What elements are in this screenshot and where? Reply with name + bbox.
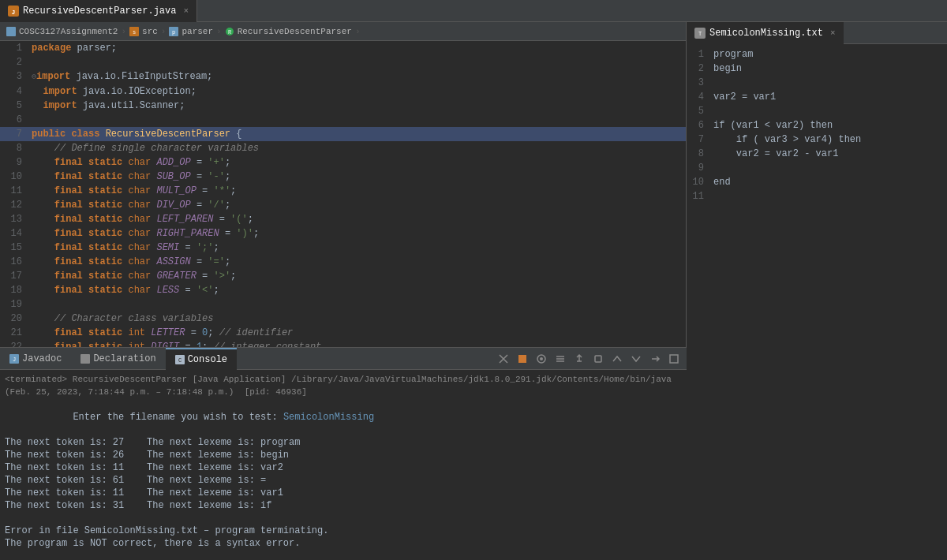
- breadcrumb-item-3: parser: [182, 27, 213, 36]
- code-line: 1 package parser;: [0, 41, 686, 55]
- svg-point-16: [540, 357, 543, 360]
- open-console-btn[interactable]: [647, 351, 663, 367]
- breadcrumb-item-4: RecursiveDescentParser: [238, 27, 352, 36]
- console-content: <terminated> RecursiveDescentParser [Jav…: [0, 370, 687, 560]
- code-line: 3 ⊖import java.io.FileInputStream;: [0, 69, 686, 84]
- breadcrumb-item-1: COSC3127Assignment2: [19, 27, 118, 36]
- right-line: 3: [687, 76, 947, 90]
- console-blank: [5, 512, 682, 525]
- right-line: 4 var2 = var1: [687, 90, 947, 104]
- console-output-1: The next token is: 27 The next lexeme is…: [5, 436, 682, 449]
- code-line: 5 import java.util.Scanner;: [0, 99, 686, 113]
- right-line: 11: [687, 189, 947, 203]
- console-input-line: Enter the filename you wish to test: Sem…: [5, 398, 682, 436]
- pkg-icon: p: [169, 27, 178, 36]
- svg-rect-17: [595, 356, 601, 362]
- scroll-lock-btn[interactable]: [590, 351, 606, 367]
- code-line: 20 // Character class variables: [0, 312, 686, 326]
- right-line: 5: [687, 104, 947, 118]
- right-tab-bar: T SemicolonMissing.txt ×: [687, 22, 947, 44]
- declaration-icon: [80, 354, 90, 364]
- right-line: 1 program: [687, 47, 947, 62]
- cls-icon: R: [225, 27, 234, 36]
- txt-icon: T: [694, 28, 706, 39]
- code-line: 4 import java.io.IOException;: [0, 84, 686, 99]
- console-output-2: The next token is: 26 The next lexeme is…: [5, 449, 682, 461]
- code-line: 8 // Define single character variables: [0, 141, 686, 155]
- scroll-up-btn[interactable]: [609, 351, 625, 367]
- code-line: 19: [0, 297, 686, 312]
- code-line: 16 final static char ASSIGN = '=';: [0, 255, 686, 269]
- javadoc-icon: J: [9, 354, 19, 364]
- bottom-tabs-right: [496, 351, 687, 367]
- svg-rect-2: [6, 27, 16, 36]
- pin-btn[interactable]: [571, 351, 587, 367]
- right-line: 2 begin: [687, 62, 947, 76]
- breadcrumb: COSC3127Assignment2 › s src › p parser ›: [0, 22, 686, 41]
- right-line: 8 var2 = var2 - var1: [687, 147, 947, 161]
- project-icon: [6, 27, 16, 36]
- right-line: 7 if ( var3 > var4) then: [687, 133, 947, 147]
- tab-java-label: RecursiveDescentParser.java: [23, 6, 176, 17]
- terminate-btn[interactable]: [515, 351, 530, 367]
- code-line-highlighted: 7 public class RecursiveDescentParser {: [0, 127, 686, 141]
- scroll-down-btn[interactable]: [628, 351, 644, 367]
- tab-javadoc[interactable]: J Javadoc: [0, 348, 71, 370]
- right-line: 6 if (var1 < var2) then: [687, 118, 947, 133]
- console-output-5: The next token is: 11 The next lexeme is…: [5, 487, 682, 499]
- console-icon: C: [175, 355, 185, 364]
- code-line: 21 final static int LETTER = 0; // ident…: [0, 326, 686, 340]
- right-editor[interactable]: 1 program 2 begin 3 4 var2 = var1 5: [687, 44, 947, 560]
- svg-text:J: J: [13, 357, 16, 363]
- code-line: 17 final static char GREATER = '>';: [0, 269, 686, 283]
- svg-text:s: s: [133, 29, 136, 35]
- code-editor[interactable]: 1 package parser; 2 3 ⊖import java.io.Fi…: [0, 41, 686, 347]
- svg-text:J: J: [12, 9, 16, 16]
- editor-panel: COSC3127Assignment2 › s src › p parser ›: [0, 22, 687, 347]
- code-line: 13 final static char LEFT_PAREN = '(';: [0, 212, 686, 226]
- console-output-6: The next token is: 31 The next lexeme is…: [5, 499, 682, 512]
- tab-console-label: Console: [188, 354, 227, 365]
- tab-declaration[interactable]: Declaration: [71, 348, 165, 370]
- bottom-panel: J Javadoc Declaration: [0, 347, 687, 560]
- code-line: 12 final static char DIV_OP = '/';: [0, 198, 686, 212]
- svg-text:T: T: [698, 31, 702, 37]
- tab-semicolon[interactable]: T SemicolonMissing.txt ×: [687, 22, 844, 44]
- console-output-3: The next token is: 11 The next lexeme is…: [5, 461, 682, 474]
- console-header: <terminated> RecursiveDescentParser [Jav…: [5, 373, 682, 398]
- src-icon: s: [129, 27, 139, 36]
- code-line: 9 final static char ADD_OP = '+';: [0, 155, 686, 170]
- svg-text:C: C: [178, 357, 182, 364]
- code-line: 15 final static char SEMI = ';';: [0, 241, 686, 255]
- tab-semicolon-close[interactable]: ×: [830, 28, 836, 38]
- console-output-4: The next token is: 61 The next lexeme is…: [5, 474, 682, 487]
- code-line: 18 final static char LESS = '<';: [0, 283, 686, 297]
- right-line: 10 end: [687, 175, 947, 189]
- svg-rect-11: [80, 354, 90, 364]
- tab-declaration-label: Declaration: [93, 353, 155, 364]
- svg-rect-18: [670, 355, 678, 363]
- java-icon: J: [8, 6, 19, 17]
- properties-btn[interactable]: [552, 351, 568, 367]
- tab-console[interactable]: C Console: [166, 348, 237, 370]
- console-error-1: Error in file SemicolonMissing.txt – pro…: [5, 525, 682, 537]
- tab-java[interactable]: J RecursiveDescentParser.java ×: [0, 0, 197, 22]
- svg-text:p: p: [172, 29, 175, 35]
- tab-semicolon-label: SemicolonMissing.txt: [709, 28, 823, 39]
- breadcrumb-item-2: src: [142, 27, 158, 36]
- code-line: 6: [0, 113, 686, 127]
- clear-console-btn[interactable]: [496, 351, 511, 367]
- code-line: 10 final static char SUB_OP = '-';: [0, 170, 686, 184]
- bottom-tabs-left: J Javadoc Declaration: [0, 348, 237, 369]
- console-filename: SemicolonMissing: [283, 412, 374, 423]
- console-prompt: Enter the filename you wish to test:: [73, 412, 283, 423]
- bottom-tabs: J Javadoc Declaration: [0, 348, 687, 370]
- tab-java-close[interactable]: ×: [183, 6, 189, 16]
- maximize-btn[interactable]: [666, 351, 682, 367]
- code-line: 2: [0, 55, 686, 69]
- debug-btn[interactable]: [533, 351, 549, 367]
- tab-bar: J RecursiveDescentParser.java ×: [0, 0, 947, 22]
- right-line: 9: [687, 161, 947, 175]
- right-panel: T SemicolonMissing.txt × 1 program 2 beg…: [687, 22, 947, 560]
- main-area: COSC3127Assignment2 › s src › p parser ›: [0, 22, 947, 560]
